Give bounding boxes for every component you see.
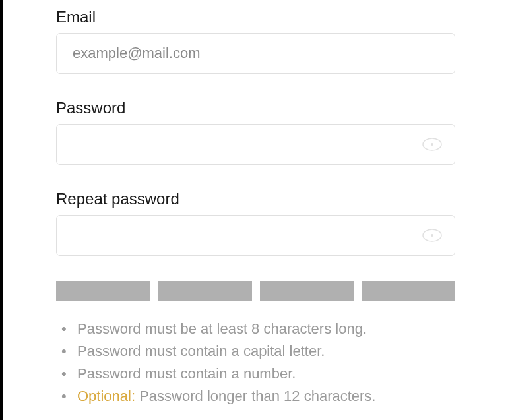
svg-point-3 [431, 234, 433, 237]
left-border [0, 0, 3, 420]
password-requirements: Password must be at least 8 characters l… [56, 318, 455, 407]
requirement-item: Password must be at least 8 characters l… [61, 318, 455, 340]
eye-icon[interactable] [422, 229, 442, 242]
requirement-item: Password must contain a number. [61, 363, 455, 385]
password-label: Password [56, 99, 455, 117]
email-group: Email [56, 8, 455, 74]
strength-bar [362, 281, 455, 301]
svg-point-1 [431, 143, 433, 146]
optional-prefix: Optional: [77, 388, 135, 404]
repeat-password-field[interactable] [56, 215, 455, 256]
password-input-wrapper [56, 124, 455, 165]
password-field[interactable] [56, 124, 455, 165]
repeat-password-input-wrapper [56, 215, 455, 256]
signup-form: Email Password Repeat password [0, 0, 508, 420]
eye-icon[interactable] [422, 138, 442, 151]
email-input-wrapper [56, 33, 455, 74]
repeat-password-group: Repeat password [56, 190, 455, 256]
strength-bar [56, 281, 150, 301]
requirement-item: Password must contain a capital letter. [61, 340, 455, 363]
strength-bar [158, 281, 251, 301]
repeat-password-label: Repeat password [56, 190, 455, 208]
email-field[interactable] [56, 33, 455, 74]
strength-bar [260, 281, 354, 301]
email-label: Email [56, 8, 455, 26]
requirement-item-optional: Optional: Password longer than 12 charac… [61, 385, 455, 407]
password-group: Password [56, 99, 455, 165]
password-strength-meter [56, 281, 455, 301]
optional-text: Password longer than 12 characters. [135, 388, 375, 404]
